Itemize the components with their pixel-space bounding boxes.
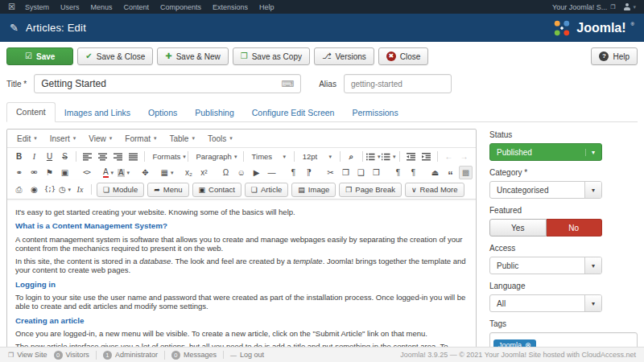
paragraph-dropdown[interactable]: Paragraph▾ — [192, 150, 239, 163]
topnav-item-extensions[interactable]: Extensions — [213, 3, 248, 11]
user-menu[interactable]: ▾ — [623, 3, 636, 10]
superscript-icon[interactable]: x² — [197, 166, 211, 179]
tab-content[interactable]: Content — [6, 102, 56, 122]
topnav-item-help[interactable]: Help — [259, 3, 275, 11]
tab-options[interactable]: Options — [139, 104, 186, 122]
italic-icon[interactable]: I — [27, 150, 41, 163]
font-family-dropdown[interactable]: Times▾ — [248, 150, 290, 163]
site-name-link[interactable]: Your Joomla! S... ❐ — [552, 3, 615, 11]
save-new-button[interactable]: ✚Save & New — [157, 47, 228, 65]
administrator-counter[interactable]: 1Administrator — [96, 351, 164, 360]
tab-permissions[interactable]: Permissions — [343, 104, 407, 122]
paste-icon[interactable]: ❑ — [354, 166, 368, 179]
logout-link[interactable]: — Log out — [223, 351, 270, 359]
unlink-icon[interactable]: ⚮ — [27, 166, 41, 179]
topnav-item-components[interactable]: Components — [160, 3, 201, 11]
visitors-counter[interactable]: 0Visitors — [54, 351, 96, 360]
menu-button[interactable]: ➦Menu — [147, 183, 188, 197]
strikethrough-icon[interactable]: S — [58, 150, 72, 163]
source-code-icon[interactable]: <> — [80, 166, 93, 179]
save-copy-button[interactable]: ❐Save as Copy — [233, 47, 310, 65]
table-icon[interactable]: ▦▾ — [160, 166, 174, 179]
insert-datetime-icon[interactable]: ◷▾ — [58, 183, 72, 196]
numbered-list-icon[interactable]: ▾ — [382, 150, 395, 163]
messages-counter[interactable]: 0Messages — [164, 351, 223, 360]
close-button[interactable]: ✖Close — [378, 47, 429, 65]
title-input[interactable]: Getting Started ⌨ — [34, 74, 301, 93]
readmore-button[interactable]: ∨Read More — [405, 183, 464, 197]
chevron-down-icon[interactable]: ▾ — [584, 295, 601, 311]
show-blocks-icon[interactable]: ¶ — [391, 166, 405, 179]
subscript-icon[interactable]: x₂ — [182, 166, 196, 179]
tab-images-and-links[interactable]: Images and Links — [56, 104, 139, 122]
bullet-list-icon[interactable]: ▾ — [366, 150, 380, 163]
background-color-icon[interactable]: A▾ — [117, 166, 130, 179]
access-select[interactable]: Public ▾ — [489, 257, 602, 274]
editor-menu-tools[interactable]: Tools▾ — [201, 132, 239, 146]
outdent-icon[interactable] — [404, 150, 418, 163]
undo-icon[interactable]: ← — [442, 150, 456, 163]
save-button[interactable]: ☑Save — [6, 47, 73, 65]
preview-icon[interactable]: ◉ — [27, 183, 41, 196]
copy-icon[interactable]: ❐ — [339, 166, 353, 179]
clear-formatting-icon[interactable]: Ix — [73, 183, 87, 196]
module-button[interactable]: ❏Module — [97, 183, 144, 197]
align-center-icon[interactable] — [96, 150, 109, 163]
align-justify-icon[interactable] — [126, 150, 140, 163]
tab-publishing[interactable]: Publishing — [186, 104, 242, 122]
redo-icon[interactable]: → — [457, 150, 471, 163]
show-invisibles-icon[interactable]: ¶ — [407, 166, 420, 179]
editor-menu-view[interactable]: View▾ — [82, 132, 118, 146]
topnav-item-system[interactable]: System — [25, 3, 49, 11]
fullscreen-icon[interactable]: ✥ — [138, 166, 152, 179]
status-select[interactable]: Published ▾ — [489, 143, 602, 161]
indent-icon[interactable] — [419, 150, 433, 163]
save-close-button[interactable]: ✔Save & Close — [77, 47, 153, 65]
language-select[interactable]: All ▾ — [489, 294, 602, 312]
insert-link-icon[interactable]: ⚭ — [12, 166, 26, 179]
ltr-direction-icon[interactable]: ¶ — [287, 166, 300, 179]
special-character-icon[interactable]: Ω — [219, 166, 233, 179]
horizontal-rule-icon[interactable]: — — [265, 166, 279, 179]
insert-image-icon[interactable]: ▣ — [58, 166, 72, 179]
featured-yes-button[interactable]: Yes — [489, 219, 547, 237]
pagebreak-button[interactable]: ❐Page Break — [339, 183, 402, 197]
editor-menu-edit[interactable]: Edit▾ — [10, 132, 43, 146]
insert-media-icon[interactable]: ▶ — [250, 166, 263, 179]
font-size-dropdown[interactable]: 12pt▾ — [299, 150, 336, 163]
editor-menu-insert[interactable]: Insert▾ — [43, 132, 83, 146]
rtl-direction-icon[interactable]: ¶ — [302, 166, 316, 179]
chevron-down-icon[interactable]: ▾ — [584, 182, 601, 198]
editor-menu-format[interactable]: Format▾ — [118, 132, 163, 146]
chevron-down-icon[interactable]: ▾ — [584, 257, 601, 274]
print-icon[interactable]: ⎙ — [12, 183, 26, 196]
cut-icon[interactable]: ✂ — [324, 166, 337, 179]
find-replace-icon[interactable]: ⌕ — [345, 150, 358, 163]
align-left-icon[interactable] — [80, 150, 94, 163]
help-button[interactable]: ? Help — [591, 47, 638, 65]
alias-input[interactable]: getting-started — [344, 74, 452, 93]
blockquote-icon[interactable]: “ — [444, 166, 457, 179]
featured-no-button[interactable]: No — [547, 219, 603, 237]
text-color-icon[interactable]: A▾ — [101, 166, 115, 179]
article-button[interactable]: ❏Article — [245, 183, 288, 197]
align-right-icon[interactable] — [111, 150, 125, 163]
tab-configure-edit-screen[interactable]: Configure Edit Screen — [243, 104, 344, 122]
topnav-item-users[interactable]: Users — [60, 3, 80, 11]
code-sample-icon[interactable]: {;} — [43, 183, 56, 196]
topnav-item-content[interactable]: Content — [124, 3, 150, 11]
formats-dropdown[interactable]: Formats▾ — [149, 150, 184, 163]
fields-icon[interactable]: ▩ — [459, 166, 473, 179]
contact-button[interactable]: ▣Contact — [192, 183, 242, 197]
editor-menu-table[interactable]: Table▾ — [163, 132, 200, 146]
topnav-item-menus[interactable]: Menus — [91, 3, 113, 11]
anchor-icon[interactable]: ⚑ — [43, 166, 56, 179]
category-select[interactable]: Uncategorised ▾ — [489, 181, 602, 199]
editor-content-area[interactable]: It's easy to get started creating your w… — [7, 200, 476, 349]
emoticons-icon[interactable]: ☺ — [234, 166, 248, 179]
view-site-link[interactable]: ❐ View Site — [8, 351, 54, 359]
image-button[interactable]: ▤Image — [291, 183, 336, 197]
bold-icon[interactable]: B — [12, 150, 26, 163]
paste-as-text-icon[interactable]: ❒ — [369, 166, 383, 179]
versions-button[interactable]: ⎇Versions — [314, 47, 374, 65]
